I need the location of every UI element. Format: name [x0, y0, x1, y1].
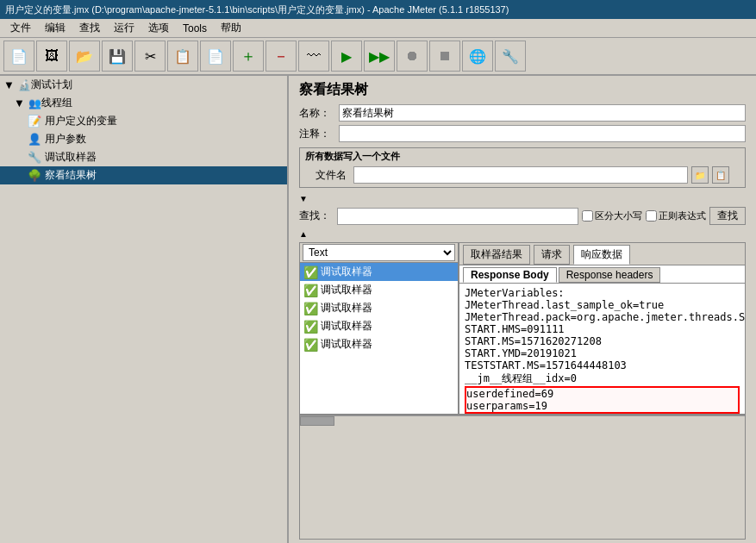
tb-cut[interactable]: ✂	[134, 41, 166, 72]
tree-label-user-vars: 用户定义的变量	[45, 114, 117, 128]
tree-icon-test-plan: 🔬	[18, 79, 31, 91]
section-title: 所有数据写入一个文件	[305, 150, 740, 163]
comment-input[interactable]	[339, 125, 746, 142]
sampler-item-2[interactable]: ✅ 调试取样器	[300, 299, 458, 317]
search-input[interactable]	[337, 208, 578, 225]
scroll-thumb[interactable]	[300, 416, 334, 426]
tabs-bar: 取样器结果 请求 响应数据	[459, 243, 745, 265]
sampler-label-0: 调试取样器	[321, 265, 372, 279]
triangle-icon: ▼	[3, 78, 15, 91]
sampler-list: Text RegExp Tester CSS/JQuery Tester XPa…	[300, 243, 459, 414]
tb-add[interactable]: ＋	[233, 41, 264, 72]
tb-remove[interactable]: －	[266, 41, 297, 72]
tree-item-debug-sampler[interactable]: 🔧 调试取样器	[0, 148, 287, 166]
result-area: Text RegExp Tester CSS/JQuery Tester XPa…	[299, 242, 746, 540]
menu-help[interactable]: 帮助	[214, 19, 248, 37]
file-label: 文件名	[316, 168, 350, 183]
tree-item-user-params[interactable]: 👤 用户参数	[0, 130, 287, 148]
tb-settings[interactable]: 🔧	[495, 41, 526, 72]
response-body[interactable]: JMeterVariables: JMeterThread.last_sampl…	[459, 284, 745, 414]
sampler-item-4[interactable]: ✅ 调试取样器	[300, 335, 458, 353]
sampler-item-0[interactable]: ✅ 调试取样器	[300, 263, 458, 281]
name-row: 名称：	[289, 103, 756, 123]
menu-file[interactable]: 文件	[3, 19, 38, 37]
menu-run[interactable]: 运行	[107, 19, 141, 37]
tree-icon-thread: 👥	[28, 97, 41, 109]
filter-dropdown[interactable]: Text RegExp Tester CSS/JQuery Tester XPa…	[303, 244, 455, 261]
tree-label-user-params: 用户参数	[45, 132, 86, 147]
comment-label: 注释：	[299, 127, 334, 141]
tb-templates[interactable]: 🖼	[36, 41, 67, 72]
scroll-up-arrow[interactable]: ▲	[289, 227, 756, 240]
menu-options[interactable]: 选项	[141, 19, 176, 37]
case-sensitive-label: 区分大小写	[582, 209, 642, 222]
comment-row: 注释：	[289, 123, 756, 144]
tree-icon-result: 🌳	[28, 169, 41, 182]
tb-move[interactable]: 〰	[298, 41, 329, 72]
section-box: 所有数据写入一个文件 文件名 📁 📋	[299, 147, 746, 188]
regex-checkbox[interactable]	[646, 210, 657, 222]
tb-start[interactable]: ▶	[331, 41, 362, 72]
tree-item-result-tree[interactable]: 🌳 察看结果树	[0, 166, 287, 184]
tb-shutdown[interactable]: ⏹	[429, 41, 460, 72]
menu-edit[interactable]: 编辑	[38, 19, 72, 37]
sampler-items-list: ✅ 调试取样器 ✅ 调试取样器 ✅ 调试取样器 ✅	[300, 263, 458, 414]
name-input[interactable]	[339, 104, 746, 122]
title-bar: 用户定义的变量.jmx (D:\program\apache-jmeter-5.…	[0, 0, 756, 19]
tab-request[interactable]: 请求	[534, 245, 570, 265]
tree-label-thread: 线程组	[41, 96, 72, 110]
tb-paste[interactable]: 📄	[200, 41, 231, 72]
tree-label-test-plan: 测试计划	[31, 78, 72, 92]
tb-save[interactable]: 💾	[102, 41, 133, 72]
toolbar: 📄 🖼 📂 💾 ✂ 📋 📄 ＋ － 〰 ▶ ▶▶ ⏺ ⏹ 🌐 🔧	[0, 38, 756, 76]
status-icon-4: ✅	[303, 338, 318, 352]
tree-item-thread-group[interactable]: ▼ 👥 线程组	[0, 94, 287, 112]
menu-find[interactable]: 查找	[72, 19, 107, 37]
tabs-container: 取样器结果 请求 响应数据 Response Body Response hea…	[459, 243, 745, 414]
tb-new[interactable]: 📄	[3, 41, 34, 72]
panel-title: 察看结果树	[289, 76, 756, 103]
sampler-item-1[interactable]: ✅ 调试取样器	[300, 281, 458, 299]
name-label: 名称：	[299, 106, 334, 121]
triangle-icon-thread: ▼	[14, 97, 25, 109]
subtab-response-body[interactable]: Response Body	[463, 267, 557, 283]
log-btn[interactable]: 📋	[712, 166, 729, 184]
menu-tools[interactable]: Tools	[176, 21, 214, 36]
case-sensitive-checkbox[interactable]	[582, 210, 593, 222]
tb-stop[interactable]: ⏺	[397, 41, 428, 72]
tree-label-result: 察看结果树	[45, 168, 97, 183]
sampler-label-1: 调试取样器	[321, 283, 372, 297]
left-panel: ▼ 🔬 测试计划 ▼ 👥 线程组 📝 用户定义的变量 👤 用户参数 🔧 调试取样…	[0, 76, 289, 543]
file-input[interactable]	[353, 166, 688, 184]
tab-response-data[interactable]: 响应数据	[573, 245, 630, 265]
browse-button[interactable]: 📁	[691, 166, 709, 184]
tree-item-user-vars[interactable]: 📝 用户定义的变量	[0, 112, 287, 130]
tab-sampler-results[interactable]: 取样器结果	[463, 245, 530, 265]
right-panel: 察看结果树 名称： 注释： 所有数据写入一个文件 文件名 📁 📋 ▼	[289, 76, 756, 543]
sampler-header: Text RegExp Tester CSS/JQuery Tester XPa…	[300, 243, 458, 263]
subtab-response-headers[interactable]: Response headers	[559, 267, 661, 283]
tree-label-debug: 调试取样器	[45, 150, 97, 165]
tree-item-test-plan[interactable]: ▼ 🔬 测试计划	[0, 76, 287, 94]
tb-copy[interactable]: 📋	[167, 41, 198, 72]
search-button[interactable]: 查找	[709, 207, 746, 225]
sampler-item-3[interactable]: ✅ 调试取样器	[300, 317, 458, 335]
result-top: Text RegExp Tester CSS/JQuery Tester XPa…	[300, 243, 745, 415]
sampler-label-4: 调试取样器	[321, 337, 372, 352]
sampler-label-2: 调试取样器	[321, 301, 372, 315]
title-text: 用户定义的变量.jmx (D:\program\apache-jmeter-5.…	[5, 3, 509, 16]
tb-open[interactable]: 📂	[69, 41, 100, 72]
tree-icon-debug: 🔧	[28, 151, 41, 164]
status-icon-0: ✅	[303, 265, 318, 279]
bottom-scrollbar[interactable]	[300, 415, 745, 426]
scroll-down-arrow[interactable]: ▼	[289, 191, 756, 205]
main-container: ▼ 🔬 测试计划 ▼ 👥 线程组 📝 用户定义的变量 👤 用户参数 🔧 调试取样…	[0, 76, 756, 543]
status-icon-2: ✅	[303, 302, 318, 315]
menu-bar: 文件 编辑 查找 运行 选项 Tools 帮助	[0, 19, 756, 38]
sub-tabs-bar: Response Body Response headers	[459, 265, 745, 284]
tree-icon-user-params: 👤	[28, 133, 41, 146]
regex-label: 正则表达式	[646, 209, 706, 222]
tb-remote[interactable]: 🌐	[462, 41, 493, 72]
file-row: 文件名 📁 📋	[305, 165, 740, 185]
tb-start-no-pause[interactable]: ▶▶	[364, 41, 395, 72]
